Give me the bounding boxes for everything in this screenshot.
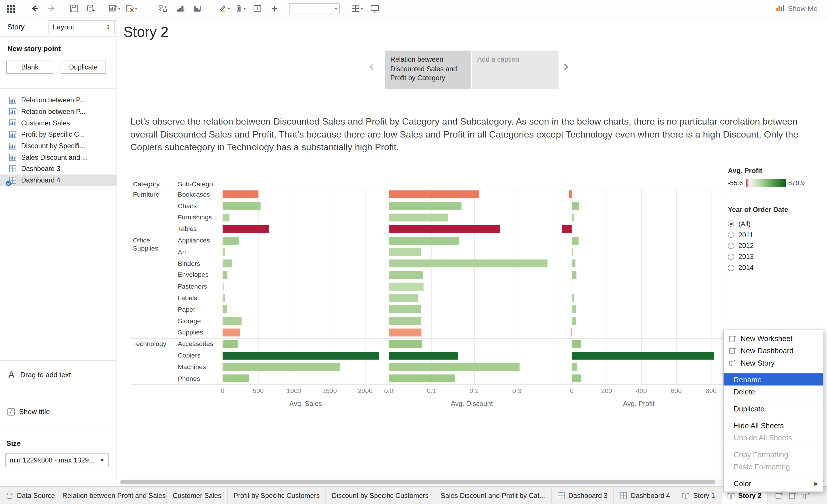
row-label[interactable]: Envelopes	[178, 269, 222, 281]
bar[interactable]	[572, 317, 576, 325]
tab-customer-sales[interactable]: Customer Sales	[167, 487, 228, 504]
show-cards-icon[interactable]: ▾	[351, 1, 363, 16]
highlight-icon[interactable]: ▾	[218, 1, 230, 16]
category-label[interactable]: Furniture	[133, 191, 175, 199]
row-label[interactable]: Phones	[178, 373, 222, 384]
filter-option[interactable]: 2012	[728, 240, 788, 251]
bar[interactable]	[572, 306, 576, 313]
add-datasource-icon[interactable]	[85, 1, 96, 16]
blank-button[interactable]: Blank	[6, 60, 53, 74]
sheet-list-item[interactable]: Customer Sales	[0, 117, 116, 129]
redo-icon[interactable]	[46, 1, 57, 16]
tab-story[interactable]: Story	[7, 23, 25, 31]
sort-ascending-icon[interactable]	[175, 1, 186, 16]
bar[interactable]	[223, 363, 340, 371]
filter-option[interactable]: 2011	[728, 229, 788, 240]
menu-item-new-worksheet[interactable]: New Worksheet	[724, 332, 823, 344]
row-label[interactable]: Furnishings	[178, 212, 222, 223]
tab-sales-discount-and-profit-by-cat-[interactable]: Sales Discount and Profit by Cat...	[435, 487, 551, 504]
bar[interactable]	[572, 340, 581, 348]
bar[interactable]	[223, 306, 227, 313]
drag-to-add-text[interactable]: A Drag to add text	[0, 360, 116, 389]
menu-item-delete[interactable]: Delete	[724, 386, 823, 398]
row-label[interactable]: Copiers	[178, 350, 222, 361]
row-label[interactable]: Labels	[178, 292, 222, 304]
bar[interactable]	[572, 351, 714, 359]
bar[interactable]	[571, 329, 572, 337]
bar[interactable]	[572, 294, 574, 302]
row-label[interactable]: Binders	[178, 258, 222, 269]
bar[interactable]	[389, 225, 500, 233]
duplicate-button[interactable]: Duplicate	[60, 60, 106, 74]
bar[interactable]	[223, 225, 269, 233]
bar[interactable]	[569, 191, 572, 198]
bar[interactable]	[223, 340, 238, 348]
storypoint-caption-active[interactable]: Relation between Discounted Sales and Pr…	[385, 51, 471, 89]
storypoint-caption-add[interactable]: Add a caption	[472, 51, 558, 89]
tab-dashboard-3[interactable]: Dashboard 3	[551, 487, 614, 504]
row-label[interactable]: Fasteners	[178, 281, 222, 292]
bar[interactable]	[389, 363, 519, 371]
bar[interactable]	[572, 214, 574, 221]
show-me-button[interactable]: Show Me	[776, 4, 818, 13]
undo-icon[interactable]	[30, 1, 40, 16]
bar[interactable]	[389, 340, 422, 348]
tab-relation-between-profit-and-sales[interactable]: Relation between Profit and Sales	[61, 487, 167, 504]
bar[interactable]	[572, 237, 579, 245]
bar[interactable]	[572, 374, 580, 382]
bar[interactable]	[389, 259, 547, 267]
row-label[interactable]: Supplies	[178, 327, 222, 338]
bar[interactable]	[389, 214, 447, 221]
bar[interactable]	[389, 351, 458, 359]
tab-layout[interactable]: Layout ⇕	[48, 20, 115, 34]
sheet-list-item[interactable]: Sales Discount and ...	[0, 152, 116, 163]
menu-item-new-story[interactable]: New Story	[724, 356, 823, 368]
row-label[interactable]: Tables	[178, 223, 222, 235]
row-label[interactable]: Chairs	[178, 200, 222, 212]
subcategory-column-header[interactable]: Sub-Catego..	[178, 181, 216, 188]
row-label[interactable]: Paper	[178, 304, 222, 315]
tableau-logo-icon[interactable]	[5, 1, 16, 16]
filter-option[interactable]: (All)	[728, 218, 788, 229]
fit-dropdown[interactable]: ▾	[289, 3, 340, 14]
menu-item-color[interactable]: Color▶	[724, 477, 823, 489]
tab-profit-by-specific-customers[interactable]: Profit by Specific Customers	[228, 487, 326, 504]
bar[interactable]	[572, 259, 575, 267]
bar[interactable]	[389, 191, 479, 198]
bar[interactable]	[223, 294, 225, 302]
fix-axes-icon[interactable]	[269, 1, 280, 16]
category-label[interactable]: Technology	[133, 340, 175, 348]
row-label[interactable]: Bookcases	[178, 189, 222, 200]
story-description-text[interactable]: Let’s observe the relation between Disco…	[130, 115, 802, 154]
bar[interactable]	[389, 374, 455, 382]
new-dashboard-button[interactable]	[789, 492, 796, 499]
row-label[interactable]: Appliances	[178, 235, 222, 246]
text-label-icon[interactable]: T	[252, 1, 263, 16]
bar[interactable]	[572, 283, 572, 290]
bar[interactable]	[389, 294, 418, 302]
show-title-checkbox[interactable]: ✓	[7, 408, 15, 415]
bar[interactable]	[223, 248, 225, 256]
bar[interactable]	[389, 306, 421, 313]
bar[interactable]	[562, 225, 572, 233]
bar[interactable]	[223, 202, 261, 210]
bar[interactable]	[572, 248, 573, 256]
scrollbar-thumb[interactable]	[120, 480, 715, 484]
bar[interactable]	[389, 237, 459, 245]
sheet-list-item[interactable]: Relation between P...	[0, 94, 116, 106]
bar[interactable]	[223, 214, 230, 221]
row-label[interactable]: Accessories	[178, 338, 222, 350]
category-label[interactable]: Office Supplies	[133, 237, 175, 253]
sheet-list-item[interactable]: Dashboard 3	[0, 163, 116, 174]
bar[interactable]	[223, 283, 224, 290]
color-legend[interactable]: Avg. Profit -55.6 870.9	[728, 167, 805, 187]
bar[interactable]	[389, 248, 421, 256]
bar[interactable]	[389, 202, 461, 210]
new-worksheet-icon[interactable]: ▾	[109, 1, 120, 16]
format-paperclip-icon[interactable]: ▾	[235, 1, 246, 16]
bar[interactable]	[389, 329, 422, 337]
save-icon[interactable]	[68, 1, 79, 16]
bar[interactable]	[223, 191, 259, 198]
tab-discount-by-specific-customers[interactable]: Discount by Specific Customers	[326, 487, 435, 504]
filter-option[interactable]: 2013	[728, 251, 788, 262]
